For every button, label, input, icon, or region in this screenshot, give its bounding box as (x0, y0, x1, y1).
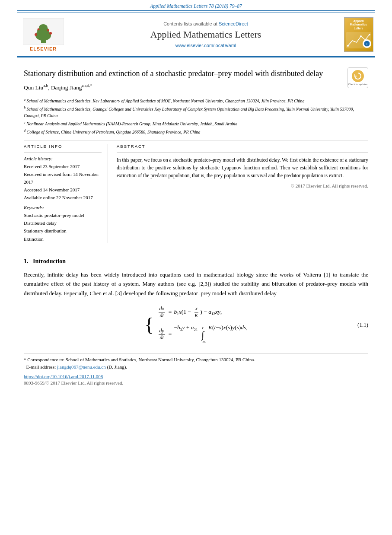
svg-point-5 (35, 33, 37, 36)
equation-lines: dx dt = b1x(1 − xK) − a12xy, dy dt = − (157, 306, 248, 344)
affil-d: d College of Science, China University o… (24, 128, 368, 136)
accepted-date: Accepted 14 November 2017 (24, 186, 102, 194)
svg-point-4 (39, 24, 48, 31)
cover-title: Applied Mathematics Letters (346, 19, 371, 30)
svg-point-7 (37, 28, 39, 30)
keywords-label: Keywords: (24, 205, 102, 210)
abstract-label: Abstract (117, 144, 368, 149)
svg-point-11 (360, 35, 362, 37)
sciencedirect-link[interactable]: ScienceDirect (219, 21, 248, 26)
frac-x-K: xK (194, 306, 199, 319)
intro-paragraph-1: Recently, infinite delay has been widely… (24, 270, 368, 298)
journal-header-section: ELSEVIER Contents lists available at Sci… (0, 13, 392, 56)
keyword-4: Extinction (24, 235, 102, 243)
revised-date: Received in revised form 14 November 201… (24, 170, 102, 186)
footnote-section: * Correspondence to: School of Mathemati… (24, 353, 368, 385)
article-info-col: Article Info Article history: Received 2… (24, 144, 108, 243)
elsevier-wordmark: ELSEVIER (30, 46, 57, 51)
email-link[interactable]: jiangdq067@nenu.edu.cn (57, 364, 106, 369)
article-history: Received 23 September 2017 Received in r… (24, 162, 102, 202)
cover-badge: i (363, 39, 371, 48)
article-info-label: Article Info (24, 144, 102, 149)
copyright-line: © 2017 Elsevier Ltd. All rights reserved… (117, 183, 368, 188)
keywords-list: Stochastic predator–prey model Distribut… (24, 211, 102, 243)
journal-citation: Applied Mathematics Letters 78 (2018) 79… (0, 0, 392, 10)
equation-brace-system: { dx dt = b1x(1 − xK) − a12xy, (144, 306, 247, 344)
journal-title: Applied Mathematics Letters (150, 29, 261, 40)
journal-center-header: Contents lists available at ScienceDirec… (73, 17, 338, 52)
check-updates-icon (352, 70, 364, 82)
abstract-col: Abstract In this paper, we focus on a st… (117, 144, 368, 243)
elsevier-tree-icon (23, 18, 64, 45)
journal-cover: Applied Mathematics Letters i (342, 17, 375, 52)
history-label: Article history: (24, 156, 102, 161)
authors-line: Qun Liua,b, Daqing Jianga,c,d,* (24, 83, 368, 91)
divider-article-info (24, 152, 102, 153)
elsevier-logo: ELSEVIER (17, 17, 69, 52)
affil-b: b School of Mathematics and Statistics, … (24, 105, 368, 119)
svg-point-6 (49, 32, 52, 35)
eq-line-2: dy dt = −b2y + a21 t ∫ −∞ (157, 324, 248, 344)
svg-point-12 (369, 34, 370, 35)
eq-line-1: dx dt = b1x(1 − xK) − a12xy, (157, 306, 248, 319)
svg-point-10 (347, 45, 349, 47)
divider-affiliations (24, 140, 368, 140)
cover-image: Applied Mathematics Letters i (344, 17, 373, 52)
paper-body: Check for updates Stationary distributio… (0, 57, 392, 392)
affiliations: a School of Mathematics and Statistics, … (24, 97, 368, 136)
divider-abstract (117, 152, 368, 153)
doi-link[interactable]: https://doi.org/10.1016/j.aml.2017.11.00… (24, 374, 368, 379)
equation-1-1: { dx dt = b1x(1 − xK) − a12xy, (24, 306, 368, 344)
left-brace-icon: { (144, 315, 153, 334)
svg-point-8 (47, 29, 49, 31)
paper-title: Stationary distribution and extinction o… (24, 68, 368, 79)
keyword-1: Stochastic predator–prey model (24, 211, 102, 219)
footnote-star: * Correspondence to: School of Mathemati… (24, 356, 368, 363)
section-title-introduction: 1. Introduction (24, 258, 368, 265)
divider-body (24, 250, 368, 250)
affil-c: c Nonlinear Analysis and Applied Mathema… (24, 120, 368, 127)
frac-dx-dt: dx dt (159, 306, 165, 319)
two-col-section: Article Info Article history: Received 2… (24, 144, 368, 243)
available-date: Available online 22 November 2017 (24, 194, 102, 201)
abstract-text: In this paper, we focus on a stochastic … (117, 156, 368, 180)
journal-url[interactable]: www.elsevier.com/locate/aml (175, 43, 236, 48)
received-date: Received 23 September 2017 (24, 162, 102, 170)
check-updates-label: Check for updates (348, 83, 368, 86)
keyword-2: Distributed delay (24, 219, 102, 227)
section-introduction: 1. Introduction Recently, infinite delay… (24, 258, 368, 344)
issn-line: 0893-9659/© 2017 Elsevier Ltd. All right… (24, 380, 368, 385)
equation-number-1-1: (1.1) (357, 322, 368, 328)
affil-a: a School of Mathematics and Statistics, … (24, 97, 368, 105)
footnote-email: E-mail address: jiangdq067@nenu.edu.cn (… (24, 363, 368, 371)
doi-line[interactable]: https://doi.org/10.1016/j.aml.2017.11.00… (24, 374, 368, 379)
svg-text:i: i (367, 42, 367, 46)
keyword-3: Stationary distribution (24, 227, 102, 235)
frac-dy-dt: dy dt (159, 328, 165, 341)
sciencedirect-line: Contents lists available at ScienceDirec… (163, 21, 248, 26)
check-updates-badge[interactable]: Check for updates (347, 67, 368, 88)
